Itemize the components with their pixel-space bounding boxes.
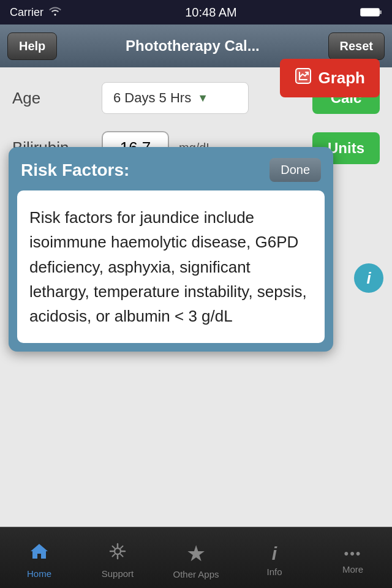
- popup-text: Risk factors for jaundice include isoimm…: [29, 205, 312, 328]
- tab-home[interactable]: Home: [0, 527, 78, 588]
- tab-more[interactable]: ••• More: [314, 527, 392, 588]
- info-icon-button[interactable]: i: [354, 263, 383, 293]
- popup-body: Risk factors for jaundice include isoimm…: [17, 190, 325, 343]
- tab-support[interactable]: Support: [78, 527, 157, 588]
- age-dropdown[interactable]: 6 Days 5 Hrs ▼: [102, 82, 249, 114]
- age-label: Age: [12, 89, 92, 108]
- popup-header: Risk Factors: Done: [9, 147, 333, 190]
- tab-support-label: Support: [102, 568, 134, 579]
- svg-line-9: [121, 554, 123, 557]
- tab-more-label: More: [342, 564, 363, 575]
- graph-label: Graph: [318, 69, 365, 88]
- tab-home-label: Home: [27, 568, 51, 579]
- tab-other-apps[interactable]: ★ Other Apps: [157, 527, 235, 588]
- star-icon: ★: [186, 541, 206, 567]
- status-left: Carrier: [10, 6, 62, 19]
- time-display: 10:48 AM: [185, 6, 237, 20]
- support-icon: [107, 541, 128, 566]
- battery-indicator: [360, 7, 382, 18]
- content-area: Age 6 Days 5 Hrs ▼ Calc Bilirubin mg/dL …: [0, 67, 392, 551]
- status-bar: Carrier 10:48 AM: [0, 0, 392, 24]
- app-title: Phototherapy Cal...: [57, 37, 328, 55]
- graph-button[interactable]: Graph: [280, 59, 380, 97]
- tab-info-icon: i: [272, 543, 277, 564]
- age-control: 6 Days 5 Hrs ▼: [102, 82, 303, 114]
- svg-rect-2: [296, 69, 311, 83]
- svg-rect-1: [379, 10, 382, 14]
- tab-bar: Home Support ★ Other Apps i Info ••• Mor…: [0, 527, 392, 588]
- help-button[interactable]: Help: [7, 32, 57, 60]
- info-icon: i: [366, 269, 371, 288]
- graph-icon: [295, 67, 312, 89]
- carrier-label: Carrier: [10, 6, 43, 19]
- reset-button[interactable]: Reset: [328, 32, 385, 60]
- svg-point-3: [115, 548, 121, 554]
- svg-rect-0: [361, 9, 379, 16]
- main-content: Age 6 Days 5 Hrs ▼ Calc Bilirubin mg/dL …: [0, 67, 392, 165]
- tab-info[interactable]: i Info: [235, 527, 314, 588]
- done-button[interactable]: Done: [270, 158, 321, 182]
- risk-factors-popup: Risk Factors: Done Risk factors for jaun…: [9, 147, 333, 352]
- more-icon: •••: [344, 546, 361, 562]
- svg-line-11: [113, 554, 115, 557]
- age-value: 6 Days 5 Hrs: [113, 90, 191, 106]
- svg-line-10: [121, 546, 123, 549]
- home-icon: [29, 541, 50, 566]
- svg-line-8: [113, 546, 115, 549]
- tab-other-apps-label: Other Apps: [173, 569, 219, 579]
- popup-title: Risk Factors:: [21, 160, 129, 180]
- wifi-icon: [48, 6, 62, 19]
- dropdown-arrow-icon: ▼: [197, 92, 208, 105]
- tab-info-label: Info: [266, 567, 282, 577]
